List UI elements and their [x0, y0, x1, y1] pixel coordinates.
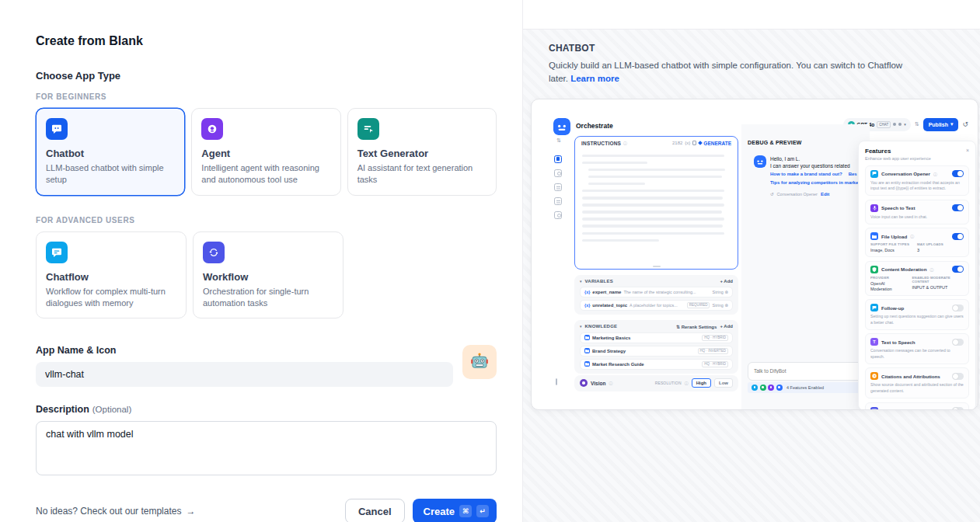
robot-emoji-icon [469, 351, 490, 374]
info-icon: ⓘ [623, 141, 627, 145]
sidebar-swap-icon: ⇅ [556, 137, 561, 144]
file-upload-icon [870, 232, 878, 240]
chat-input[interactable] [748, 362, 872, 381]
enabled-features-bar[interactable]: 4 Features Enabled [748, 382, 872, 393]
feature-conversation-opener: Conversation Opener ⓘ You are an entity … [865, 165, 969, 197]
preview-top-strip [523, 0, 980, 30]
arrow-right-icon: → [186, 506, 195, 517]
toggle-file-upload[interactable] [952, 233, 964, 240]
remove-icon[interactable]: ⊗ [724, 303, 728, 308]
toggle-content-moderation[interactable] [952, 266, 964, 273]
char-count: 2182 [672, 141, 682, 145]
app-name-label: App Name & Icon [36, 345, 453, 356]
toggle-text-to-speech[interactable] [952, 339, 964, 346]
bot-avatar [754, 155, 766, 168]
app-card-agent[interactable]: Agent Intelligent agent with reasoning a… [191, 108, 340, 196]
conversation-opener-label: Conversation Opener [777, 192, 818, 197]
for-advanced-users-label: FOR ADVANCED USERS [36, 216, 497, 224]
copy-icon[interactable] [692, 141, 696, 145]
description-input[interactable]: chat with vllm model [36, 421, 497, 475]
app-name-section: App Name & Icon [36, 345, 497, 387]
knowledge-row[interactable]: Brand Strategy HQ · INVERTED [580, 346, 733, 357]
collapse-icon[interactable] [556, 378, 557, 385]
templates-link[interactable]: No ideas? Check out our templates → [36, 506, 195, 517]
file-chip-icon [776, 385, 783, 391]
features-panel: Features × Enhance web app user experien… [858, 141, 976, 410]
app-name-input[interactable] [36, 362, 453, 387]
rerank-settings-button[interactable]: ⇅ Rerank Settings [676, 324, 717, 329]
chatflow-icon [46, 242, 68, 263]
cancel-button[interactable]: Cancel [345, 499, 405, 522]
image-icon[interactable] [554, 169, 562, 177]
remove-icon[interactable]: ⊗ [724, 290, 728, 294]
app-card-desc: Workflow for complex multi-turn dialogue… [46, 286, 176, 309]
toggle-annotation-reply[interactable] [952, 407, 964, 409]
globe-icon[interactable] [554, 211, 562, 219]
publish-button[interactable]: Publish ▾ [923, 118, 959, 131]
dataset-icon [584, 335, 590, 340]
resize-handle[interactable] [653, 266, 661, 267]
suggested-question[interactable]: Bes [849, 170, 857, 179]
chat-mode-badge: CHAT [877, 121, 891, 128]
feature-follow-up: Follow-up Setting up next questions sugg… [865, 299, 969, 330]
opener-icon: ↺ [770, 192, 774, 197]
description-optional-label: (Optional) [92, 405, 132, 414]
speech-chip-icon [768, 385, 774, 391]
instructions-skeleton[interactable] [575, 148, 738, 252]
toggle-speech-to-text[interactable] [952, 204, 964, 211]
modal-footer: No ideas? Check out our templates → Canc… [36, 499, 497, 522]
vision-icon [580, 379, 588, 387]
app-card-text-generator[interactable]: Text Generator AI assistant for text gen… [347, 108, 497, 196]
variable-row[interactable]: {x} unrelated_topic A placeholder for to… [580, 300, 733, 311]
close-icon[interactable]: × [966, 148, 969, 153]
suggested-question[interactable]: How to make a brand stand out? [770, 170, 842, 179]
workflow-icon [203, 242, 225, 263]
knowledge-row[interactable]: Marketing Basics HQ · HYBRID [580, 332, 733, 343]
chevron-down-icon: ▾ [950, 121, 954, 127]
vision-setting: Vision ⓘ RESOLUTION ⓘ High Low [574, 375, 738, 392]
suggested-question[interactable]: Tips for analyzing competitors in market [770, 179, 860, 187]
variable-row[interactable]: {x} expert_name The name of the strategi… [580, 287, 733, 298]
document-icon[interactable] [554, 183, 562, 191]
required-badge: REQUIRED [687, 302, 710, 308]
add-knowledge-button[interactable]: + Add [720, 324, 733, 329]
knowledge-row[interactable]: Market Research Guide HQ · HYBRID [580, 359, 733, 370]
feature-annotation-reply: Annotation Reply [865, 402, 969, 410]
app-card-chatbot[interactable]: Chatbot LLM-based chatbot with simple se… [36, 108, 185, 196]
resolution-label: RESOLUTION [655, 381, 682, 385]
app-card-title: Workflow [203, 271, 333, 283]
learn-more-link[interactable]: Learn more [570, 74, 619, 83]
create-button[interactable]: Create ⌘ ↵ [413, 499, 497, 522]
choose-app-type-heading: Choose App Type [36, 70, 497, 82]
variable-token-icon[interactable]: {x} [685, 141, 690, 145]
resolution-low-button[interactable]: Low [714, 378, 733, 388]
orchestrate-tab-icon[interactable] [554, 155, 562, 163]
swap-model-icon[interactable]: ⇅ [915, 121, 919, 127]
app-icon-picker[interactable] [462, 345, 497, 379]
app-card-workflow[interactable]: Workflow Orchestration for single-turn a… [193, 231, 344, 319]
info-icon: ⓘ [929, 267, 933, 272]
content-moderation-icon [870, 266, 878, 273]
toggle-conversation-opener[interactable] [952, 170, 964, 177]
chatbot-preview-image: Orchestrate GPT-4o CHAT ▾ ⇅ Publish ▾ [531, 99, 978, 410]
feature-file-upload: File Upload ⓘ SUPPORT FILE TYPESImage, D… [865, 228, 969, 257]
speech-to-text-icon [870, 204, 878, 212]
instructions-label: INSTRUCTIONS [581, 141, 621, 146]
chevron-down-icon[interactable]: ▾ [580, 324, 582, 329]
chevron-down-icon[interactable]: ▾ [580, 279, 582, 284]
edit-opener-button[interactable]: Edit [821, 192, 829, 197]
app-card-title: Agent [201, 148, 330, 159]
generate-button[interactable]: GENERATE [699, 141, 731, 146]
history-icon[interactable]: ↺ [962, 120, 968, 128]
app-avatar-icon [553, 118, 570, 135]
add-variable-button[interactable]: + Add [720, 279, 733, 284]
app-card-chatflow[interactable]: Chatflow Workflow for complex multi-turn… [36, 231, 187, 319]
resolution-high-button[interactable]: High [692, 378, 711, 388]
notes-icon[interactable] [554, 197, 562, 205]
preview-panel: CHATBOT Quickly build an LLM-based chatb… [523, 0, 980, 522]
app-card-title: Chatflow [46, 271, 176, 283]
toggle-follow-up[interactable] [952, 304, 964, 311]
app-card-desc: Intelligent agent with reasoning and aut… [201, 162, 330, 186]
toggle-citations[interactable] [952, 373, 964, 380]
beginner-app-cards: Chatbot LLM-based chatbot with simple se… [36, 108, 497, 196]
